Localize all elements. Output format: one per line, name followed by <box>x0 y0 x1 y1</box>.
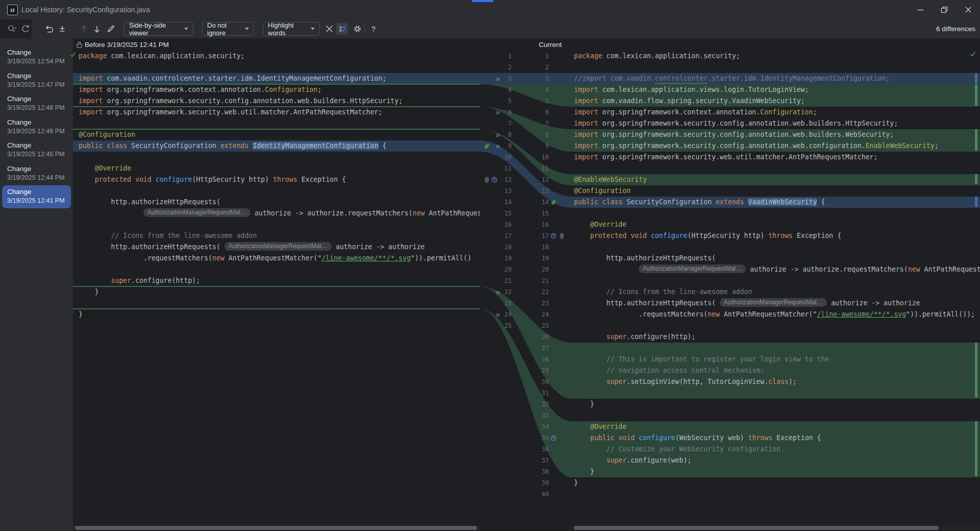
line-number: 37 <box>534 455 549 466</box>
refresh-icon[interactable] <box>20 19 31 38</box>
code-line: AuthorizationManagerRequestMat… authoriz… <box>572 264 980 275</box>
stripe-mark[interactable] <box>975 421 977 476</box>
code-line: public class SecurityConfiguration exten… <box>73 140 480 152</box>
differences-count: 6 differences <box>936 19 975 38</box>
apply-change-chevron[interactable]: » <box>492 73 502 84</box>
current-editor[interactable]: package com.lexican.application.security… <box>572 38 980 531</box>
line-number: 7 <box>534 118 549 129</box>
revision-item-selected[interactable]: Change3/19/2025 12:41 PM <box>2 185 71 208</box>
code-line <box>73 219 480 230</box>
apply-change-chevron[interactable]: » <box>492 129 502 140</box>
code-line: } <box>572 466 980 477</box>
code-line: AuthorizationManagerRequestMat… authoriz… <box>73 208 480 219</box>
intellij-logo-icon: IJ <box>7 5 18 15</box>
gutter-icon-slot[interactable]: @ <box>558 230 565 242</box>
create-patch-icon[interactable]: ± <box>57 19 68 38</box>
inlay-hint: AuthorizationManagerRequestMat… <box>143 208 250 217</box>
code-line: @Override <box>572 219 980 230</box>
line-number: 4 <box>490 84 512 95</box>
insertion-marker-line <box>73 129 480 130</box>
stripe-mark[interactable] <box>975 84 977 106</box>
help-icon[interactable]: ? <box>369 19 378 38</box>
left-hscroll-thumb[interactable] <box>75 526 477 530</box>
collapse-unchanged-icon[interactable] <box>323 19 335 38</box>
stripe-mark[interactable] <box>975 129 977 151</box>
line-number: 20 <box>490 264 512 275</box>
search-icon[interactable] <box>6 19 19 38</box>
window-title: Local History: SecurityConfiguration.jav… <box>21 0 150 19</box>
edit-source-icon[interactable] <box>105 19 116 38</box>
apply-change-chevron[interactable]: » <box>492 309 502 320</box>
code-line <box>572 343 980 354</box>
revision-item[interactable]: Change3/19/2025 12:46 PM <box>2 92 71 115</box>
viewer-mode-dropdown[interactable]: Side-by-side viewer <box>124 22 193 36</box>
line-number: 17 <box>534 230 549 242</box>
apply-change-chevron[interactable]: » <box>492 107 502 118</box>
highlight-mode-label: Highlight words <box>268 21 307 37</box>
code-line: .requestMatchers(new AntPathRequestMatch… <box>572 309 980 320</box>
code-line: @EnableWebSecurity <box>572 174 980 185</box>
chevron-down-icon <box>245 28 249 30</box>
revision-item[interactable]: Change3/19/2025 12:46 PM <box>2 116 71 139</box>
right-hscroll-thumb[interactable] <box>574 526 939 530</box>
spring-bean-icon <box>550 199 557 206</box>
gutter-icon-slot[interactable]: @ <box>483 174 490 185</box>
next-difference-icon[interactable] <box>92 19 102 38</box>
gear-icon[interactable] <box>351 19 363 38</box>
line-number: 1 <box>534 51 549 62</box>
stripe-mark[interactable] <box>975 343 977 398</box>
gutter-icon-slot[interactable] <box>483 140 490 152</box>
gutter-icon-slot[interactable] <box>550 197 557 208</box>
gutter-icon-slot[interactable] <box>491 174 498 185</box>
stripe-mark[interactable] <box>975 174 977 184</box>
revision-item[interactable]: Change3/19/2025 12:44 PM <box>2 162 71 185</box>
gutter-icon-slot[interactable] <box>550 432 557 444</box>
gutter-icon-slot[interactable] <box>550 230 557 242</box>
overrides-method-icon <box>550 233 557 239</box>
line-number: 5 <box>534 95 549 107</box>
stripe-mark[interactable] <box>975 73 977 83</box>
revision-item[interactable]: Change3/19/2025 12:45 PM <box>2 139 71 162</box>
revert-icon[interactable] <box>44 19 55 38</box>
code-line: } <box>572 399 980 410</box>
line-number: 10 <box>490 152 512 163</box>
line-number: 16 <box>490 219 512 230</box>
overrides-method-icon <box>491 177 497 183</box>
previous-difference-icon[interactable] <box>79 19 89 38</box>
line-number: 15 <box>490 208 512 219</box>
code-line: // Icons from the line-awesome addon <box>73 230 480 242</box>
code-line: super.setLoginView(http, TutorLoginView.… <box>572 376 980 388</box>
diff-gutter: 1234567891011121314151617181920212223242… <box>480 38 572 531</box>
whitespace-policy-dropdown[interactable]: Do not ignore <box>202 22 254 36</box>
restore-button[interactable] <box>932 0 956 19</box>
apply-change-chevron[interactable]: » <box>492 140 502 152</box>
line-number: 23 <box>490 298 512 309</box>
revision-label: Change <box>7 47 71 57</box>
revision-date: 3/19/2025 12:47 PM <box>7 81 71 89</box>
apply-change-chevron[interactable]: » <box>492 286 502 298</box>
highlight-mode-dropdown[interactable]: Highlight words <box>263 22 320 36</box>
close-button[interactable] <box>956 0 980 19</box>
revision-item[interactable]: Change3/19/2025 12:47 PM <box>2 69 71 92</box>
minimize-button[interactable] <box>908 0 932 19</box>
code-line: super.configure(http); <box>572 331 980 343</box>
revision-item[interactable]: Change3/19/2025 12:54 PM <box>2 46 71 69</box>
word-diff-highlight: VaadinWebSecurity <box>748 198 817 206</box>
line-number: 2 <box>534 62 549 73</box>
before-editor[interactable]: package com.lexican.application.security… <box>73 38 480 531</box>
local-history-window: IJ Local History: SecurityConfiguration.… <box>0 0 980 531</box>
synchronize-scrolling-button[interactable] <box>336 23 348 35</box>
revision-date: 3/19/2025 12:44 PM <box>7 174 71 182</box>
stripe-mark[interactable] <box>975 197 977 207</box>
code-line: import com.vaadin.controlcenter.starter.… <box>73 73 480 84</box>
code-line: //import com.vaadin.controlcenter.starte… <box>572 73 980 84</box>
insertion-marker-line <box>73 308 480 309</box>
code-line <box>572 410 980 421</box>
revision-label: Change <box>7 164 71 174</box>
code-line: super.configure(web); <box>572 455 980 466</box>
annotation-icon: @ <box>560 232 563 239</box>
revision-label: Change <box>7 94 71 104</box>
code-line: @Configuration <box>73 129 480 140</box>
revision-list[interactable]: Change3/19/2025 12:54 PMChange3/19/2025 … <box>0 38 73 531</box>
line-number: 17 <box>490 230 512 242</box>
